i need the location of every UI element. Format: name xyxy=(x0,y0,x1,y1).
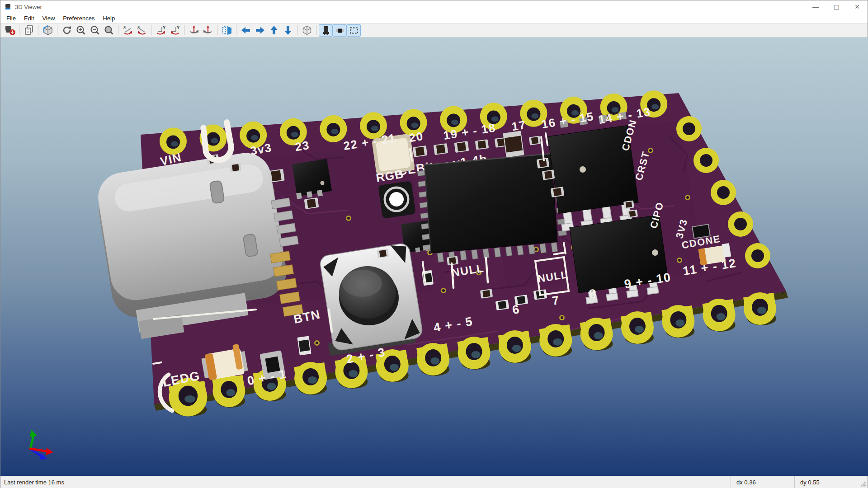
move-down-icon xyxy=(282,24,294,36)
move-up-icon xyxy=(268,24,280,36)
toolbar-separator xyxy=(184,25,184,35)
rotate-x-cw-button[interactable]: X xyxy=(135,24,149,37)
through-hole-component-icon xyxy=(320,24,332,36)
toolbar: X X Y Y xyxy=(0,23,868,38)
rotate-x-ccw-button[interactable]: X xyxy=(121,24,135,37)
fpga-chip xyxy=(417,154,567,263)
toolbar-separator xyxy=(151,25,151,35)
toolbar-separator xyxy=(236,25,236,35)
silkscreen-label: 20 xyxy=(408,129,424,145)
redraw-button[interactable] xyxy=(60,24,74,37)
zoom-to-fit-button[interactable] xyxy=(102,24,116,37)
copy-image-button[interactable] xyxy=(22,24,36,37)
resize-grip[interactable] xyxy=(860,481,866,487)
3d-viewport[interactable]: iCEBitsy v1.4b xyxy=(0,38,868,476)
3d-viewer-window: 3D Viewer — ▢ ✕ FileEditViewPreferencesH… xyxy=(0,0,868,488)
rotate-y-cw-icon: Y xyxy=(169,24,181,36)
menu-item-preferences[interactable]: Preferences xyxy=(59,14,99,23)
toggle-through-hole-models-button[interactable] xyxy=(319,24,333,37)
minimize-button[interactable]: — xyxy=(805,0,826,13)
toggle-smd-models-button[interactable] xyxy=(333,24,347,37)
tactile-button xyxy=(319,243,424,356)
rgb-led xyxy=(378,181,416,219)
maximize-button[interactable]: ▢ xyxy=(826,0,847,13)
dy-status: dy 0.55 xyxy=(794,476,868,488)
move-right-button[interactable] xyxy=(253,24,267,37)
zoom-out-button[interactable] xyxy=(88,24,102,37)
rotate-y-ccw-icon: Y xyxy=(155,24,167,36)
move-right-icon xyxy=(254,24,266,36)
menu-item-edit[interactable]: Edit xyxy=(20,14,38,23)
close-button[interactable]: ✕ xyxy=(847,0,868,13)
toggle-virtual-models-button[interactable] xyxy=(347,24,361,37)
zoom-in-button[interactable] xyxy=(74,24,88,37)
render-time-status: Last render time 16 ms xyxy=(0,479,731,486)
toolbar-separator xyxy=(217,25,217,35)
menu-item-view[interactable]: View xyxy=(38,14,59,23)
rotate-y-ccw-button[interactable]: Y xyxy=(154,24,168,37)
rotate-z-ccw-button[interactable] xyxy=(187,24,201,37)
rotate-x-ccw-icon: X xyxy=(122,24,134,36)
rotate-z-cw-icon xyxy=(202,24,214,36)
zoom-in-icon xyxy=(75,24,87,36)
toolbar-separator xyxy=(38,25,38,35)
rotate-y-cw-button[interactable]: Y xyxy=(168,24,182,37)
svg-text:Y: Y xyxy=(163,25,165,30)
toolbar-separator xyxy=(316,25,316,35)
toolbar-separator xyxy=(118,25,118,35)
orthographic-projection-button[interactable] xyxy=(300,24,314,37)
rotate-z-cw-button[interactable] xyxy=(201,24,215,37)
svg-text:X: X xyxy=(123,25,126,29)
silkscreen-label: 17 xyxy=(510,118,527,134)
render-options-icon xyxy=(42,24,54,36)
flip-board-icon xyxy=(221,24,233,36)
zoom-to-fit-icon xyxy=(103,24,115,36)
dx-status: dx 0.36 xyxy=(731,476,794,488)
reload-board-icon xyxy=(4,24,16,36)
toolbar-separator xyxy=(297,25,297,35)
silkscreen-label: 23 xyxy=(294,138,310,154)
move-down-button[interactable] xyxy=(281,24,295,37)
render-options-button[interactable] xyxy=(41,24,55,37)
pcb-3d-render: iCEBitsy v1.4b xyxy=(0,38,868,476)
rotate-x-cw-icon: X xyxy=(136,24,148,36)
svg-text:Y: Y xyxy=(177,25,179,30)
menu-bar: FileEditViewPreferencesHelp xyxy=(0,13,868,23)
zoom-out-icon xyxy=(89,24,101,36)
reload-board-button[interactable] xyxy=(3,24,17,37)
move-left-icon xyxy=(240,24,252,36)
app-icon xyxy=(4,3,12,11)
menu-item-file[interactable]: File xyxy=(2,14,20,23)
redraw-icon xyxy=(61,24,73,36)
rotate-z-ccw-icon xyxy=(188,24,200,36)
copy-image-icon xyxy=(23,24,35,36)
orthographic-projection-icon xyxy=(301,24,313,36)
move-up-button[interactable] xyxy=(267,24,281,37)
window-title: 3D Viewer xyxy=(15,4,42,10)
virtual-component-icon xyxy=(348,24,360,36)
status-bar: Last render time 16 ms dx 0.36 dy 0.55 xyxy=(0,476,868,488)
smd-component-icon xyxy=(334,24,346,36)
toolbar-separator xyxy=(19,25,19,35)
menu-item-help[interactable]: Help xyxy=(99,14,119,23)
flip-board-button[interactable] xyxy=(220,24,234,37)
move-left-button[interactable] xyxy=(239,24,253,37)
toolbar-separator xyxy=(57,25,57,35)
title-bar: 3D Viewer — ▢ ✕ xyxy=(0,0,868,13)
